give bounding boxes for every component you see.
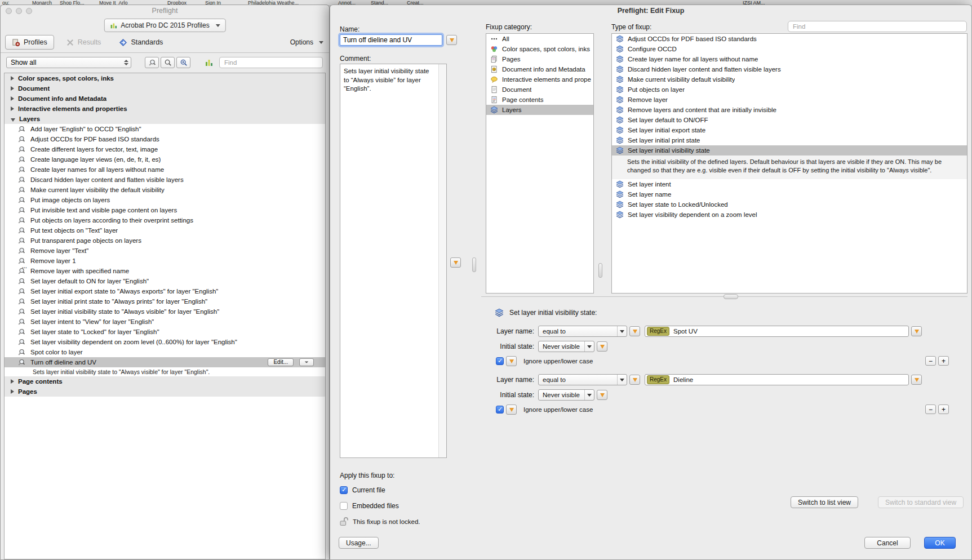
- add-condition-button[interactable]: +: [938, 356, 949, 366]
- fixup-category-item[interactable]: Page contents: [486, 95, 593, 105]
- profile-find-input[interactable]: [219, 57, 323, 68]
- fixup-item[interactable]: Set layer initial print state to "Always…: [5, 296, 325, 306]
- pane-splitter-handle[interactable]: [598, 263, 602, 278]
- fixup-type-item[interactable]: Remove layers and content that are initi…: [612, 105, 967, 115]
- fixup-item[interactable]: Remove layer 1: [5, 256, 325, 266]
- cancel-button[interactable]: Cancel: [864, 537, 911, 549]
- pattern-variable-dropdown[interactable]: [911, 375, 922, 385]
- ignore-case-variable-dropdown[interactable]: [506, 356, 517, 366]
- fixup-type-item[interactable]: Discard hidden layer content and flatten…: [612, 64, 967, 74]
- fixup-name-input[interactable]: [340, 34, 442, 46]
- tree-category[interactable]: Color spaces, spot colors, inks: [5, 73, 325, 83]
- fixup-category-item[interactable]: iDocument info and Metadata: [486, 64, 593, 74]
- initial-state-select[interactable]: Never visible: [538, 341, 594, 352]
- horizontal-splitter-handle[interactable]: [724, 294, 738, 299]
- disclosure-triangle-icon[interactable]: [11, 118, 15, 122]
- disclosure-triangle-icon[interactable]: [11, 86, 14, 91]
- disclosure-triangle-icon[interactable]: [11, 379, 14, 384]
- fixup-item[interactable]: Spot color to layer: [5, 347, 325, 357]
- usage-button[interactable]: Usage...: [339, 537, 379, 549]
- name-variable-dropdown[interactable]: [446, 35, 457, 45]
- close-button[interactable]: [6, 8, 12, 14]
- fixup-item[interactable]: Set layer initial export state to "Alway…: [5, 286, 325, 296]
- switch-to-list-view-button[interactable]: Switch to list view: [791, 496, 858, 508]
- fixup-item[interactable]: Create different layers for vector, text…: [5, 144, 325, 154]
- tree-category[interactable]: Interactive elements and properties: [5, 104, 325, 114]
- match-mode-variable-dropdown[interactable]: [629, 326, 640, 336]
- disclosure-triangle-icon[interactable]: [11, 76, 14, 81]
- minimize-button[interactable]: [16, 8, 22, 14]
- fixup-item[interactable]: •••Remove layer with specified name: [5, 266, 325, 276]
- edit-profile-button[interactable]: [145, 57, 159, 68]
- fixup-item[interactable]: Set layer default to ON for layer "Engli…: [5, 276, 325, 286]
- fixup-type-item[interactable]: Set layer intent: [612, 179, 967, 189]
- fixup-type-item[interactable]: Set layer default to ON/OFF: [612, 115, 967, 125]
- ignore-case-variable-dropdown[interactable]: [506, 405, 517, 415]
- fixup-item[interactable]: Put text objects on "Text" layer: [5, 225, 325, 235]
- fixup-item[interactable]: Turn off dieline and UVEdit...: [5, 357, 325, 367]
- comment-variable-dropdown[interactable]: [450, 257, 461, 268]
- fixup-type-item[interactable]: Set layer state to Locked/Unlocked: [612, 199, 967, 210]
- fixup-type-item[interactable]: Configure OCCD: [612, 44, 967, 54]
- fixup-item[interactable]: Create language layer views (en, de, fr,…: [5, 154, 325, 165]
- fixup-find-input[interactable]: [788, 21, 967, 32]
- tab-results[interactable]: Results: [60, 35, 108, 49]
- initial-state-variable-dropdown[interactable]: [597, 390, 607, 400]
- fixup-item[interactable]: Make current layer visibility the defaul…: [5, 185, 325, 195]
- current-file-checkbox[interactable]: [340, 486, 348, 494]
- zoom-button[interactable]: [26, 8, 32, 14]
- analyze-button[interactable]: [161, 57, 175, 68]
- fixup-type-item[interactable]: Create layer name for all layers without…: [612, 54, 967, 64]
- fixup-type-item[interactable]: Put objects on layer: [612, 85, 967, 95]
- remove-condition-button[interactable]: −: [925, 405, 936, 414]
- fixup-item[interactable]: Create layer names for all layers withou…: [5, 165, 325, 175]
- fixup-category-item[interactable]: All: [486, 34, 593, 44]
- pane-splitter-handle[interactable]: [472, 257, 476, 272]
- fixup-category-item[interactable]: Interactive elements and properties: [486, 74, 593, 85]
- open-padlock-icon[interactable]: [339, 517, 348, 526]
- initial-state-variable-dropdown[interactable]: [597, 341, 607, 352]
- tree-category[interactable]: Page contents: [5, 376, 325, 386]
- fixup-item[interactable]: Put image objects on layers: [5, 195, 325, 205]
- fixup-item[interactable]: Put transparent page objects on layers: [5, 235, 325, 246]
- edit-fixup-button[interactable]: Edit...: [268, 358, 294, 366]
- filter-select[interactable]: Show all: [6, 57, 131, 68]
- fixup-type-item[interactable]: Make current visibility default visibili…: [612, 74, 967, 85]
- pattern-variable-dropdown[interactable]: [911, 326, 922, 336]
- current-file-option[interactable]: Current file: [340, 486, 385, 494]
- fixup-item[interactable]: Set layer visibility dependent on zoom l…: [5, 337, 325, 347]
- tab-profiles[interactable]: Profiles: [5, 35, 54, 50]
- fixup-item[interactable]: Set layer initial visibility state to "A…: [5, 306, 325, 317]
- fixup-type-item[interactable]: Remove layer: [612, 95, 967, 105]
- fixup-item[interactable]: Set layer state to "Locked" for layer "E…: [5, 327, 325, 337]
- tree-category[interactable]: Document: [5, 83, 325, 94]
- tree-category[interactable]: Document info and Metadata: [5, 94, 325, 104]
- fixup-type-item[interactable]: Set layer initial export state: [612, 125, 967, 135]
- fixup-type-item[interactable]: Adjust OCCDs for PDF based ISO standards: [612, 34, 967, 44]
- fixup-category-item[interactable]: Color spaces, spot colors, inks: [486, 44, 593, 54]
- match-mode-select[interactable]: equal to: [538, 374, 627, 385]
- add-condition-button[interactable]: +: [938, 405, 949, 414]
- fixup-item[interactable]: Put invisible text and visible page cont…: [5, 205, 325, 215]
- edit-options-dropdown[interactable]: [299, 358, 314, 366]
- tree-category[interactable]: Layers: [5, 114, 325, 124]
- disclosure-triangle-icon[interactable]: [11, 106, 14, 111]
- disclosure-triangle-icon[interactable]: [11, 389, 14, 394]
- match-mode-variable-dropdown[interactable]: [629, 375, 640, 385]
- fixup-category-item[interactable]: Document: [486, 85, 593, 95]
- fixup-type-item[interactable]: Set layer initial print state: [612, 135, 967, 145]
- fixup-type-item[interactable]: Set layer initial visibility state: [612, 145, 967, 155]
- fixup-item[interactable]: Put objects on layers according to their…: [5, 215, 325, 225]
- layer-name-pattern-field[interactable]: RegExSpot UV: [645, 326, 909, 337]
- fixup-category-item[interactable]: Pages: [486, 54, 593, 64]
- options-dropdown[interactable]: Options: [290, 38, 323, 46]
- comment-textarea[interactable]: Sets layer initial visibility state to “…: [340, 64, 447, 458]
- tree-category[interactable]: Pages: [5, 386, 325, 397]
- initial-state-select[interactable]: Never visible: [538, 389, 594, 401]
- comment-scrollbar[interactable]: [438, 64, 446, 457]
- switch-to-standard-view-button[interactable]: Switch to standard view: [878, 496, 964, 508]
- match-mode-select[interactable]: equal to: [538, 326, 627, 337]
- tab-standards[interactable]: Standards: [113, 35, 169, 49]
- ok-button[interactable]: OK: [924, 537, 956, 549]
- fixup-category-item[interactable]: Layers: [486, 105, 593, 115]
